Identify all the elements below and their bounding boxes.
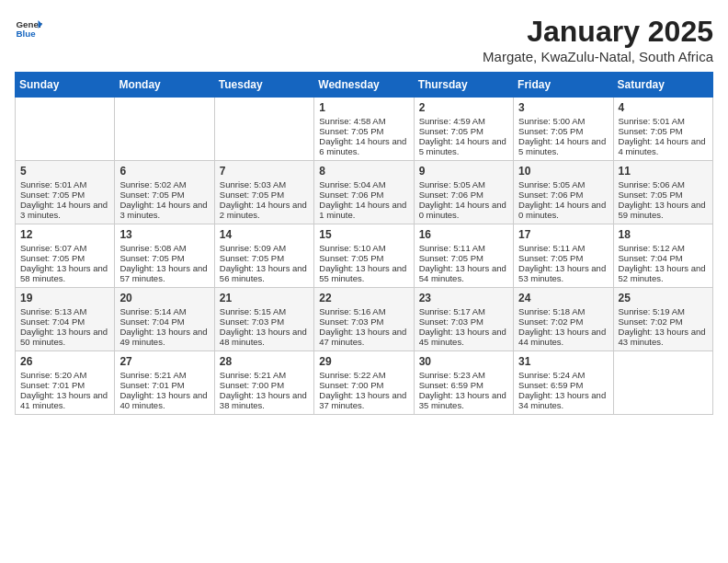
day-info: Sunrise: 4:58 AM xyxy=(319,116,408,126)
day-info: Sunrise: 5:18 AM xyxy=(518,306,608,316)
day-info: Sunrise: 5:01 AM xyxy=(619,116,708,126)
day-info: Sunrise: 5:07 AM xyxy=(20,243,109,253)
day-info: Daylight: 14 hours and 5 minutes. xyxy=(518,136,608,156)
day-number: 15 xyxy=(319,228,408,241)
day-info: Daylight: 14 hours and 5 minutes. xyxy=(419,136,508,156)
day-number: 10 xyxy=(518,165,608,178)
column-header-friday: Friday xyxy=(514,73,613,98)
day-info: Daylight: 14 hours and 2 minutes. xyxy=(220,200,309,220)
calendar-cell: 23Sunrise: 5:17 AMSunset: 7:03 PMDayligh… xyxy=(414,288,513,351)
day-info: Sunrise: 5:14 AM xyxy=(119,306,209,316)
day-info: Daylight: 14 hours and 0 minutes. xyxy=(518,200,608,220)
day-number: 27 xyxy=(119,355,209,368)
day-info: Daylight: 13 hours and 45 minutes. xyxy=(419,327,508,347)
day-info: Sunrise: 5:15 AM xyxy=(220,306,309,316)
day-info: Sunset: 7:03 PM xyxy=(319,316,408,327)
day-number: 19 xyxy=(20,292,109,304)
week-row-3: 12Sunrise: 5:07 AMSunset: 7:05 PMDayligh… xyxy=(16,224,713,288)
calendar-cell: 26Sunrise: 5:20 AMSunset: 7:01 PMDayligh… xyxy=(16,351,115,415)
week-row-2: 5Sunrise: 5:01 AMSunset: 7:05 PMDaylight… xyxy=(16,161,713,224)
day-info: Daylight: 13 hours and 40 minutes. xyxy=(119,390,209,410)
day-info: Daylight: 14 hours and 1 minute. xyxy=(319,200,408,220)
day-info: Daylight: 13 hours and 38 minutes. xyxy=(220,390,309,410)
day-info: Sunrise: 5:11 AM xyxy=(518,243,608,253)
day-info: Daylight: 13 hours and 59 minutes. xyxy=(619,200,708,220)
day-info: Sunrise: 5:06 AM xyxy=(619,179,708,190)
day-info: Sunrise: 5:17 AM xyxy=(419,306,508,316)
week-row-4: 19Sunrise: 5:13 AMSunset: 7:04 PMDayligh… xyxy=(16,288,713,351)
calendar-cell: 19Sunrise: 5:13 AMSunset: 7:04 PMDayligh… xyxy=(16,288,115,351)
calendar-cell: 22Sunrise: 5:16 AMSunset: 7:03 PMDayligh… xyxy=(314,288,414,351)
day-info: Daylight: 13 hours and 43 minutes. xyxy=(619,327,708,347)
day-number: 6 xyxy=(119,165,209,178)
calendar-subtitle: Margate, KwaZulu-Natal, South Africa xyxy=(483,49,713,64)
day-info: Sunset: 7:05 PM xyxy=(220,190,309,200)
calendar-cell xyxy=(613,351,712,415)
calendar-cell: 5Sunrise: 5:01 AMSunset: 7:05 PMDaylight… xyxy=(16,161,115,224)
day-number: 8 xyxy=(319,165,408,178)
day-info: Sunset: 7:03 PM xyxy=(220,316,309,327)
day-info: Sunrise: 4:59 AM xyxy=(419,116,508,126)
calendar-cell: 31Sunrise: 5:24 AMSunset: 6:59 PMDayligh… xyxy=(514,351,613,415)
day-info: Sunset: 6:59 PM xyxy=(419,380,508,390)
day-number: 9 xyxy=(419,165,508,178)
day-info: Daylight: 13 hours and 34 minutes. xyxy=(518,390,608,410)
day-info: Sunrise: 5:16 AM xyxy=(319,306,408,316)
day-info: Daylight: 14 hours and 0 minutes. xyxy=(419,200,508,220)
day-info: Sunset: 7:05 PM xyxy=(419,126,508,136)
day-info: Daylight: 13 hours and 47 minutes. xyxy=(319,327,408,347)
calendar-table: SundayMondayTuesdayWednesdayThursdayFrid… xyxy=(15,72,713,415)
svg-text:Blue: Blue xyxy=(17,29,37,39)
calendar-body: 1Sunrise: 4:58 AMSunset: 7:05 PMDaylight… xyxy=(16,98,713,415)
day-info: Sunset: 7:04 PM xyxy=(20,316,109,327)
day-number: 24 xyxy=(518,292,608,304)
day-info: Sunrise: 5:00 AM xyxy=(518,116,608,126)
day-info: Daylight: 13 hours and 56 minutes. xyxy=(220,263,309,283)
day-info: Daylight: 13 hours and 41 minutes. xyxy=(20,390,109,410)
calendar-title: January 2025 xyxy=(483,15,713,49)
day-number: 28 xyxy=(220,355,309,368)
day-info: Sunrise: 5:09 AM xyxy=(220,243,309,253)
day-info: Sunset: 7:06 PM xyxy=(319,190,408,200)
calendar-cell xyxy=(214,98,313,161)
calendar-cell: 6Sunrise: 5:02 AMSunset: 7:05 PMDaylight… xyxy=(115,161,214,224)
day-info: Daylight: 13 hours and 54 minutes. xyxy=(419,263,508,283)
calendar-cell: 9Sunrise: 5:05 AMSunset: 7:06 PMDaylight… xyxy=(414,161,513,224)
day-info: Sunrise: 5:04 AM xyxy=(319,179,408,190)
day-info: Sunrise: 5:12 AM xyxy=(619,243,708,253)
day-info: Sunset: 7:00 PM xyxy=(220,380,309,390)
day-info: Sunrise: 5:05 AM xyxy=(419,179,508,190)
day-info: Daylight: 13 hours and 50 minutes. xyxy=(20,327,109,347)
day-info: Sunrise: 5:13 AM xyxy=(20,306,109,316)
day-info: Daylight: 13 hours and 55 minutes. xyxy=(319,263,408,283)
day-info: Sunset: 7:00 PM xyxy=(319,380,408,390)
column-header-wednesday: Wednesday xyxy=(314,73,414,98)
day-info: Sunrise: 5:20 AM xyxy=(20,370,109,380)
day-number: 29 xyxy=(319,355,408,368)
day-info: Sunset: 7:06 PM xyxy=(518,190,608,200)
calendar-cell: 30Sunrise: 5:23 AMSunset: 6:59 PMDayligh… xyxy=(414,351,513,415)
day-info: Sunset: 7:06 PM xyxy=(419,190,508,200)
day-info: Sunrise: 5:11 AM xyxy=(419,243,508,253)
day-info: Sunrise: 5:01 AM xyxy=(20,179,109,190)
day-info: Daylight: 14 hours and 3 minutes. xyxy=(119,200,209,220)
day-info: Sunset: 7:05 PM xyxy=(119,190,209,200)
day-number: 26 xyxy=(20,355,109,368)
day-info: Daylight: 14 hours and 3 minutes. xyxy=(20,200,109,220)
calendar-cell: 25Sunrise: 5:19 AMSunset: 7:02 PMDayligh… xyxy=(613,288,712,351)
day-info: Daylight: 13 hours and 37 minutes. xyxy=(319,390,408,410)
calendar-cell: 29Sunrise: 5:22 AMSunset: 7:00 PMDayligh… xyxy=(314,351,414,415)
day-number: 30 xyxy=(419,355,508,368)
day-number: 5 xyxy=(20,165,109,178)
day-info: Daylight: 13 hours and 49 minutes. xyxy=(119,327,209,347)
day-info: Daylight: 13 hours and 52 minutes. xyxy=(619,263,708,283)
day-number: 18 xyxy=(619,228,708,241)
day-info: Sunset: 7:02 PM xyxy=(518,316,608,327)
calendar-cell: 16Sunrise: 5:11 AMSunset: 7:05 PMDayligh… xyxy=(414,224,513,288)
day-info: Daylight: 14 hours and 4 minutes. xyxy=(619,136,708,156)
day-info: Daylight: 13 hours and 44 minutes. xyxy=(518,327,608,347)
day-number: 31 xyxy=(518,355,608,368)
day-info: Sunset: 7:05 PM xyxy=(20,190,109,200)
day-info: Sunrise: 5:10 AM xyxy=(319,243,408,253)
column-header-sunday: Sunday xyxy=(16,73,115,98)
